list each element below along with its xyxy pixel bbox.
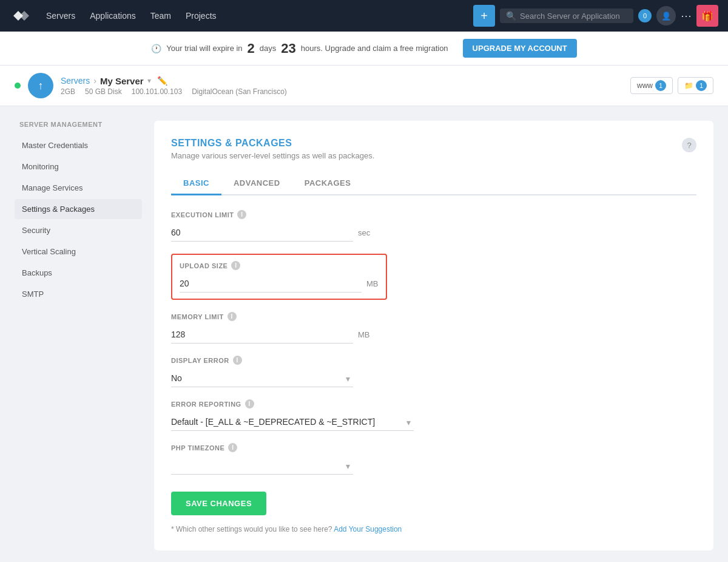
- nav-links: Servers Applications Team Projects: [46, 8, 459, 23]
- main-content: SETTINGS & PACKAGES Manage various serve…: [154, 121, 713, 550]
- upload-size-unit: MB: [366, 279, 379, 288]
- search-input[interactable]: [520, 12, 627, 21]
- breadcrumb: Servers › My Server ▾ ✏️: [61, 76, 287, 86]
- server-info: ↑ Servers › My Server ▾ ✏️ 2GB 50 GB Dis…: [15, 73, 287, 98]
- sidebar-item-monitoring[interactable]: Monitoring: [15, 157, 142, 177]
- php-timezone-label: PHP TIMEZONE i: [171, 443, 696, 452]
- trial-days-label: days: [260, 44, 276, 53]
- execution-limit-input[interactable]: [171, 224, 353, 242]
- memory-limit-label: MEMORY LIMIT i: [171, 312, 696, 321]
- breadcrumb-servers[interactable]: Servers: [61, 76, 90, 86]
- tabs: BASIC ADVANCED PACKAGES: [171, 172, 696, 195]
- top-navigation: Servers Applications Team Projects + 🔍 0…: [0, 0, 728, 32]
- gift-button[interactable]: 🎁: [696, 5, 718, 27]
- upload-size-input-area: MB: [180, 275, 379, 293]
- server-status-dot: [15, 83, 21, 89]
- help-icon[interactable]: ?: [682, 138, 696, 152]
- php-timezone-select-wrapper: UTC America/New_York America/Los_Angeles…: [171, 457, 696, 475]
- tab-advanced[interactable]: ADVANCED: [221, 172, 292, 195]
- tag-folder[interactable]: 📁 1: [678, 77, 713, 94]
- nav-right: + 🔍 0 👤 ⋯ 🎁: [473, 5, 718, 27]
- server-ram: 2GB: [61, 87, 75, 96]
- memory-limit-info-icon[interactable]: i: [228, 312, 237, 321]
- memory-limit-unit: MB: [358, 330, 370, 339]
- server-name: My Server: [100, 76, 144, 86]
- execution-limit-unit: sec: [358, 228, 370, 237]
- error-reporting-select[interactable]: Default - [E_ALL & ~E_DEPRECATED & ~E_ST…: [171, 413, 414, 431]
- upload-size-highlight: UPLOAD SIZE i MB: [171, 254, 387, 300]
- settings-form: EXECUTION LIMIT i sec UPLOAD SIZE i: [171, 210, 696, 533]
- memory-limit-input-area: MB: [171, 326, 696, 344]
- sidebar-item-settings-packages[interactable]: Settings & Packages: [15, 199, 142, 219]
- server-header: ↑ Servers › My Server ▾ ✏️ 2GB 50 GB Dis…: [0, 66, 728, 106]
- php-timezone-info-icon[interactable]: i: [228, 443, 237, 452]
- upload-size-input[interactable]: [180, 275, 362, 293]
- memory-limit-input[interactable]: [171, 326, 353, 344]
- upload-size-info-icon[interactable]: i: [231, 261, 240, 270]
- edit-icon[interactable]: ✏️: [157, 76, 167, 86]
- sidebar-item-smtp[interactable]: SMTP: [15, 284, 142, 304]
- tab-basic[interactable]: BASIC: [171, 172, 221, 195]
- trial-hours-num: 23: [281, 41, 295, 56]
- server-tags: www 1 📁 1: [630, 77, 713, 94]
- trial-text-before: Your trial will expire in: [166, 44, 242, 53]
- tag-www-count: 1: [655, 80, 666, 91]
- server-details: Servers › My Server ▾ ✏️ 2GB 50 GB Disk …: [61, 76, 287, 96]
- error-reporting-select-wrapper: Default - [E_ALL & ~E_DEPRECATED & ~E_ST…: [171, 413, 696, 431]
- upload-size-label: UPLOAD SIZE i: [180, 261, 379, 270]
- tag-www[interactable]: www 1: [630, 77, 673, 94]
- server-meta: 2GB 50 GB Disk 100.101.00.103 DigitalOce…: [61, 87, 287, 96]
- nav-team[interactable]: Team: [150, 8, 171, 23]
- execution-limit-group: EXECUTION LIMIT i sec: [171, 210, 696, 242]
- display-error-group: DISPLAY ERROR i No Yes ▾: [171, 356, 696, 387]
- upgrade-button[interactable]: UPGRADE MY ACCOUNT: [463, 39, 577, 58]
- server-avatar-icon: ↑: [38, 80, 44, 92]
- nav-projects[interactable]: Projects: [186, 8, 217, 23]
- notification-badge[interactable]: 0: [638, 9, 652, 22]
- php-timezone-select[interactable]: UTC America/New_York America/Los_Angeles…: [171, 457, 353, 475]
- trial-hours-label: hours. Upgrade and claim a free migratio…: [301, 44, 448, 53]
- tag-folder-count: 1: [696, 80, 707, 91]
- section-title: SETTINGS & PACKAGES: [171, 138, 374, 149]
- tag-www-label: www: [637, 81, 653, 90]
- nav-servers[interactable]: Servers: [46, 8, 75, 23]
- avatar-button[interactable]: 👤: [656, 6, 676, 25]
- server-provider: DigitalOcean (San Francisco): [192, 87, 287, 96]
- sidebar-item-manage-services[interactable]: Manage Services: [15, 178, 142, 198]
- folder-icon: 📁: [684, 81, 693, 90]
- display-error-info-icon[interactable]: i: [233, 356, 242, 365]
- server-avatar: ↑: [28, 73, 53, 98]
- memory-limit-group: MEMORY LIMIT i MB: [171, 312, 696, 344]
- add-button[interactable]: +: [473, 5, 495, 27]
- section-description: Manage various server-level settings as …: [171, 151, 374, 160]
- dropdown-icon[interactable]: ▾: [147, 76, 151, 85]
- save-changes-button[interactable]: SAVE CHANGES: [171, 492, 266, 515]
- display-error-select-wrapper: No Yes ▾: [171, 370, 696, 387]
- user-icon: 👤: [661, 12, 672, 21]
- search-icon: 🔍: [506, 11, 516, 21]
- suggestion-link[interactable]: Add Your Suggestion: [334, 525, 402, 533]
- display-error-select[interactable]: No Yes: [171, 370, 353, 387]
- search-box[interactable]: 🔍: [500, 8, 633, 23]
- server-ip: 100.101.00.103: [132, 87, 182, 96]
- tab-packages[interactable]: PACKAGES: [292, 172, 363, 195]
- sidebar-item-backups[interactable]: Backups: [15, 263, 142, 283]
- section-header: SETTINGS & PACKAGES Manage various serve…: [171, 138, 696, 172]
- logo[interactable]: [10, 5, 32, 27]
- sidebar-item-master-credentials[interactable]: Master Credentials: [15, 135, 142, 155]
- execution-limit-input-area: sec: [171, 224, 696, 242]
- server-disk: 50 GB Disk: [85, 87, 122, 96]
- clock-icon: 🕐: [151, 44, 161, 53]
- sidebar-item-vertical-scaling[interactable]: Vertical Scaling: [15, 242, 142, 262]
- execution-limit-info-icon[interactable]: i: [237, 210, 246, 219]
- suggestion-text: * Which other settings would you like to…: [171, 525, 696, 533]
- error-reporting-label: ERROR REPORTING i: [171, 399, 696, 408]
- sidebar-item-security[interactable]: Security: [15, 220, 142, 240]
- nav-applications[interactable]: Applications: [90, 8, 136, 23]
- php-timezone-group: PHP TIMEZONE i UTC America/New_York Amer…: [171, 443, 696, 475]
- upload-size-group: UPLOAD SIZE i MB: [171, 254, 696, 300]
- more-icon[interactable]: ⋯: [681, 9, 692, 22]
- error-reporting-info-icon[interactable]: i: [245, 399, 254, 408]
- breadcrumb-separator: ›: [93, 76, 96, 86]
- sidebar: Server Management Master Credentials Mon…: [15, 121, 142, 550]
